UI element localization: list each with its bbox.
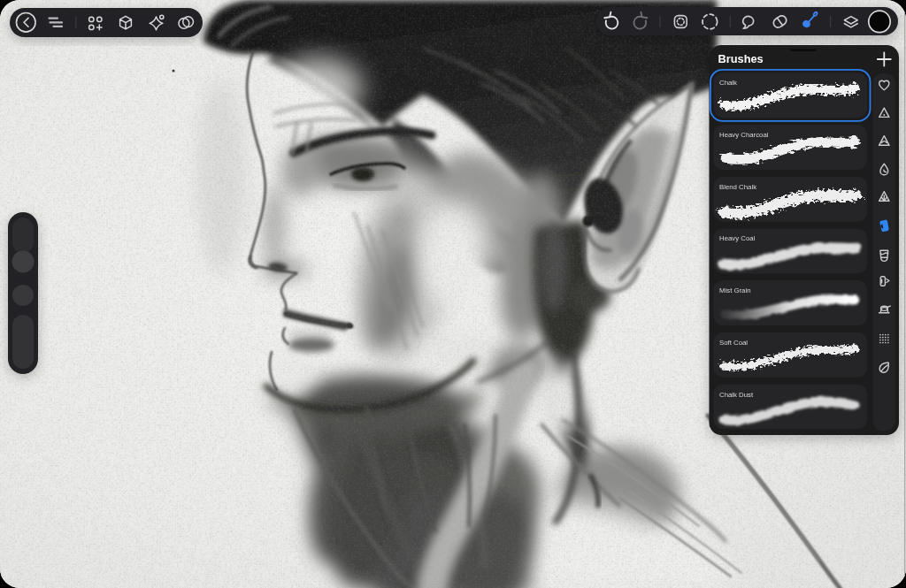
svg-text:Mist Grain: Mist Grain: [719, 286, 751, 294]
svg-text:Brushes: Brushes: [718, 52, 764, 65]
svg-text:Chalk Dust: Chalk Dust: [719, 391, 754, 399]
svg-text:Blend Chalk: Blend Chalk: [719, 183, 756, 191]
svg-text:Soft Coal: Soft Coal: [719, 339, 748, 347]
svg-text:Heavy Coal: Heavy Coal: [719, 234, 756, 242]
svg-text:Heavy Charcoal: Heavy Charcoal: [719, 131, 769, 139]
svg-text:Chalk: Chalk: [719, 79, 737, 87]
